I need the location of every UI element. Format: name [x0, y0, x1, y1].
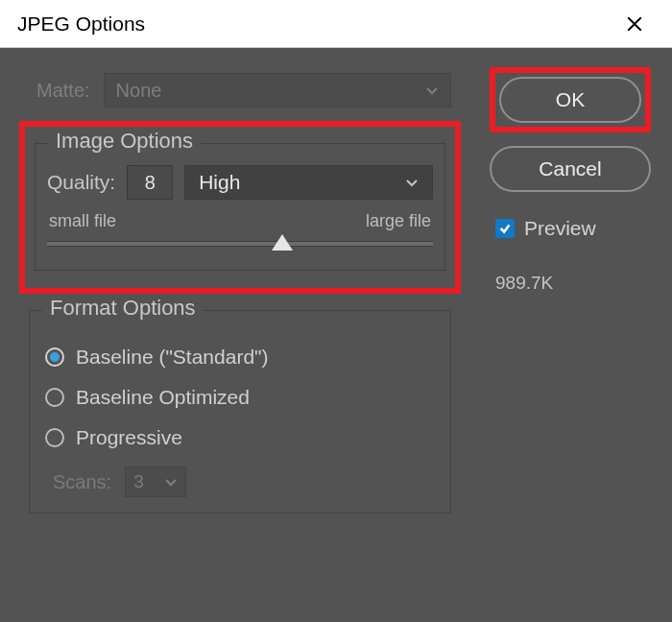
slider-label-small: small file	[49, 211, 116, 231]
dialog-body: Matte: None Image Options Quality: High	[0, 48, 672, 622]
quality-preset-select[interactable]: High	[184, 165, 433, 200]
matte-value: None	[116, 80, 162, 102]
quality-slider[interactable]	[47, 237, 433, 256]
quality-input[interactable]	[127, 165, 173, 200]
scans-select: 3	[125, 466, 186, 497]
format-options-legend: Format Options	[29, 298, 451, 323]
slider-track	[47, 241, 433, 247]
chevron-down-icon	[405, 176, 419, 189]
chevron-down-icon	[425, 84, 439, 97]
scans-label: Scans:	[53, 471, 111, 493]
close-icon	[626, 15, 643, 33]
radio-baseline-optimized[interactable]: Baseline Optimized	[45, 386, 439, 409]
matte-select[interactable]: None	[104, 73, 451, 108]
left-column: Matte: None Image Options Quality: High	[19, 67, 461, 514]
quality-label: Quality:	[47, 171, 115, 194]
radio-label: Baseline ("Standard")	[76, 346, 269, 369]
ok-highlight: OK	[490, 67, 651, 132]
scans-row: Scans: 3	[53, 466, 439, 497]
matte-row: Matte: None	[19, 67, 461, 117]
radio-icon	[45, 428, 64, 447]
slider-label-large: large file	[366, 211, 431, 231]
radio-label: Baseline Optimized	[76, 386, 250, 409]
titlebar: JPEG Options	[0, 0, 672, 48]
image-options-legend: Image Options	[35, 131, 445, 156]
image-options-group: Image Options Quality: High small file	[35, 142, 445, 271]
filesize-text: 989.7K	[495, 273, 651, 294]
ok-button[interactable]: OK	[499, 77, 641, 123]
preview-label: Preview	[524, 217, 596, 240]
right-column: OK Cancel Preview 989.7K	[490, 67, 651, 294]
scans-value: 3	[133, 471, 144, 492]
radio-icon	[45, 388, 64, 407]
slider-thumb[interactable]	[272, 234, 293, 251]
quality-preset-value: High	[199, 171, 240, 194]
image-options-highlight: Image Options Quality: High small file	[19, 121, 461, 294]
radio-progressive[interactable]: Progressive	[45, 426, 439, 449]
quality-slider-block: small file large file	[47, 211, 433, 256]
check-icon	[498, 222, 512, 235]
preview-checkbox[interactable]	[495, 219, 515, 238]
radio-baseline-standard[interactable]: Baseline ("Standard")	[45, 346, 439, 369]
preview-row[interactable]: Preview	[495, 217, 651, 240]
format-options-group: Format Options Baseline ("Standard") Bas…	[29, 309, 451, 514]
chevron-down-icon	[164, 475, 178, 489]
matte-label: Matte:	[36, 80, 90, 102]
window-title: JPEG Options	[17, 12, 145, 36]
format-options-wrap: Format Options Baseline ("Standard") Bas…	[19, 309, 461, 514]
cancel-button[interactable]: Cancel	[490, 146, 651, 192]
radio-icon	[45, 347, 64, 367]
close-button[interactable]	[614, 4, 655, 44]
radio-label: Progressive	[76, 426, 182, 449]
quality-row: Quality: High	[47, 165, 433, 200]
